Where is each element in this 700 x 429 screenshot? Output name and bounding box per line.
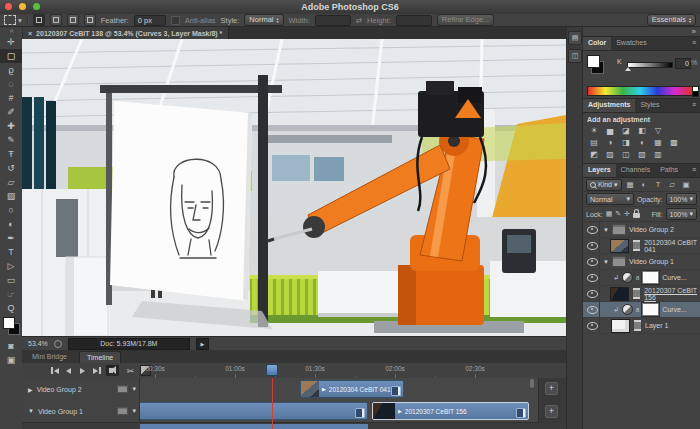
foreground-color-swatch[interactable] bbox=[587, 55, 600, 68]
go-to-first-frame-button[interactable] bbox=[48, 365, 61, 376]
eyedropper-tool[interactable]: ✐ bbox=[0, 105, 22, 119]
clip-end-handle[interactable] bbox=[391, 386, 401, 396]
feather-input[interactable]: 0 px bbox=[134, 15, 166, 26]
add-selection-button[interactable] bbox=[50, 14, 62, 26]
filter-smart-objects-icon[interactable]: ▣ bbox=[681, 180, 692, 189]
panel-menu-icon[interactable]: ≡ bbox=[688, 164, 700, 177]
play-button[interactable] bbox=[76, 365, 89, 376]
status-flyout-button[interactable]: ▶ bbox=[196, 338, 209, 350]
black-white-icon[interactable]: ◨ bbox=[619, 137, 633, 148]
track-header[interactable]: ▶ Video Group 2 ▾ bbox=[22, 378, 140, 400]
rectangular-marquee-tool[interactable]: ▢ bbox=[0, 49, 22, 63]
filter-type-layers-icon[interactable]: T bbox=[653, 180, 664, 189]
k-channel-slider[interactable] bbox=[627, 62, 673, 68]
style-select[interactable]: Normal ▴▾ bbox=[244, 14, 283, 26]
collapse-dock-icon[interactable]: » bbox=[692, 27, 696, 36]
clone-stamp-tool[interactable]: Ŧ bbox=[0, 147, 22, 161]
panel-menu-icon[interactable]: ≡ bbox=[688, 37, 700, 50]
color-lookup-icon[interactable]: ▩ bbox=[667, 137, 681, 148]
channel-mixer-icon[interactable]: ▦ bbox=[651, 137, 665, 148]
visibility-eye-icon[interactable] bbox=[587, 242, 598, 250]
visibility-eye-icon[interactable] bbox=[587, 274, 598, 282]
intersect-selection-button[interactable] bbox=[84, 14, 96, 26]
color-spectrum-ramp[interactable] bbox=[587, 86, 693, 96]
width-input[interactable] bbox=[315, 15, 351, 26]
workspace-select[interactable]: Essentials ▴▾ bbox=[647, 14, 696, 26]
invert-icon[interactable]: ◩ bbox=[587, 149, 601, 160]
document-tab[interactable]: × 20120307 CeBIT 138 @ 53.4% (Curves 3, … bbox=[22, 27, 229, 39]
clip-20120304-cebit-041[interactable]: ▶ 20120304 CeBIT 041 bbox=[300, 380, 404, 398]
timeline-scrollbar-thumb[interactable] bbox=[530, 379, 534, 388]
add-media-button[interactable]: + bbox=[545, 382, 558, 395]
layer-mask-thumbnail[interactable] bbox=[642, 271, 659, 284]
document-canvas[interactable] bbox=[22, 39, 566, 336]
brush-tool[interactable]: ✎ bbox=[0, 133, 22, 147]
healing-brush-tool[interactable]: ✚ bbox=[0, 119, 22, 133]
eraser-tool[interactable]: ▱ bbox=[0, 175, 22, 189]
layer-thumbnail[interactable] bbox=[610, 287, 629, 301]
tab-swatches[interactable]: Swatches bbox=[611, 37, 651, 50]
dodge-tool[interactable]: ◐ bbox=[0, 217, 22, 231]
filter-kind-select[interactable]: Kind ▾ bbox=[586, 179, 622, 191]
blend-mode-select[interactable]: Normal ▾ bbox=[586, 193, 634, 205]
filter-pixel-layers-icon[interactable]: ▦ bbox=[625, 180, 636, 189]
foreground-color-swatch[interactable] bbox=[3, 317, 15, 329]
spectrum-black-swatch[interactable] bbox=[692, 91, 699, 97]
eye-cell[interactable] bbox=[586, 270, 600, 285]
exposure-icon[interactable]: ◧ bbox=[635, 125, 649, 136]
track-menu-caret-icon[interactable]: ▾ bbox=[132, 407, 136, 415]
tab-layers[interactable]: Layers bbox=[583, 164, 616, 177]
layer-row-curves-selected[interactable]: ↲ 8 Curve... bbox=[583, 302, 700, 318]
gradient-tool[interactable]: ▧ bbox=[0, 189, 22, 203]
clip-unlabeled[interactable] bbox=[140, 402, 368, 420]
lasso-tool[interactable]: ϱ bbox=[0, 63, 22, 77]
visibility-eye-icon[interactable] bbox=[587, 306, 598, 314]
lock-pixels-icon[interactable]: ✎ bbox=[615, 210, 621, 218]
mask-link-icon[interactable]: 8 bbox=[636, 307, 639, 313]
layer-mask-thumbnail[interactable] bbox=[642, 303, 659, 316]
eye-cell[interactable] bbox=[586, 254, 600, 269]
brightness-contrast-icon[interactable]: ☀ bbox=[587, 125, 601, 136]
collapsed-panel-icon[interactable]: ◫ bbox=[568, 49, 582, 63]
clip-end-handle[interactable] bbox=[516, 408, 526, 418]
mute-audio-button[interactable] bbox=[106, 365, 119, 376]
levels-icon[interactable]: ▅ bbox=[603, 125, 617, 136]
hue-saturation-icon[interactable]: ▤ bbox=[587, 137, 601, 148]
crop-tool[interactable]: # bbox=[0, 91, 22, 105]
tab-styles[interactable]: Styles bbox=[635, 99, 664, 112]
k-slider-pointer-icon[interactable] bbox=[625, 67, 631, 71]
visibility-eye-icon[interactable] bbox=[587, 290, 598, 298]
visibility-eye-icon[interactable] bbox=[587, 322, 598, 330]
mask-link-icon[interactable]: 8 bbox=[636, 275, 639, 281]
height-input[interactable] bbox=[396, 15, 432, 26]
curves-adjustment-icon[interactable] bbox=[622, 272, 633, 283]
add-media-button[interactable]: + bbox=[545, 405, 558, 418]
selective-color-icon[interactable]: ▧ bbox=[635, 149, 649, 160]
panel-menu-icon[interactable]: ≡ bbox=[688, 99, 700, 112]
visibility-eye-icon[interactable] bbox=[587, 258, 598, 266]
eye-cell[interactable] bbox=[586, 302, 600, 317]
subtract-selection-button[interactable] bbox=[67, 14, 79, 26]
toolbar-collapse-icon[interactable]: » bbox=[7, 20, 15, 42]
close-document-icon[interactable]: × bbox=[28, 30, 32, 37]
history-brush-tool[interactable]: ↺ bbox=[0, 161, 22, 175]
posterize-icon[interactable]: ▨ bbox=[603, 149, 617, 160]
eye-cell[interactable] bbox=[586, 222, 600, 237]
threshold-icon[interactable]: ◫ bbox=[619, 149, 633, 160]
status-menu-icon[interactable] bbox=[54, 340, 62, 348]
layer-thumbnail[interactable] bbox=[610, 239, 629, 253]
eye-cell[interactable] bbox=[586, 318, 600, 333]
vibrance-icon[interactable]: ▽ bbox=[651, 125, 665, 136]
new-selection-button[interactable] bbox=[33, 14, 45, 26]
split-at-playhead-button[interactable]: ✂ bbox=[124, 365, 137, 376]
k-value-input[interactable]: 0 bbox=[675, 58, 691, 69]
collapsed-panel-icon[interactable]: ▤ bbox=[568, 31, 582, 45]
quick-selection-tool[interactable]: ◌ bbox=[0, 77, 22, 91]
layer-row-video-group-1[interactable]: ▼ Video Group 1 bbox=[583, 254, 700, 270]
foreground-background-swatches[interactable] bbox=[0, 315, 22, 339]
quick-mask-button[interactable]: ◙ bbox=[0, 339, 22, 353]
tab-adjustments[interactable]: Adjustments bbox=[583, 99, 635, 112]
link-dimensions-icon[interactable]: ⇄ bbox=[356, 16, 362, 25]
tab-color[interactable]: Color bbox=[583, 37, 611, 50]
layer-row-cebit-156[interactable]: 20120307 CeBIT 156 bbox=[583, 286, 700, 302]
